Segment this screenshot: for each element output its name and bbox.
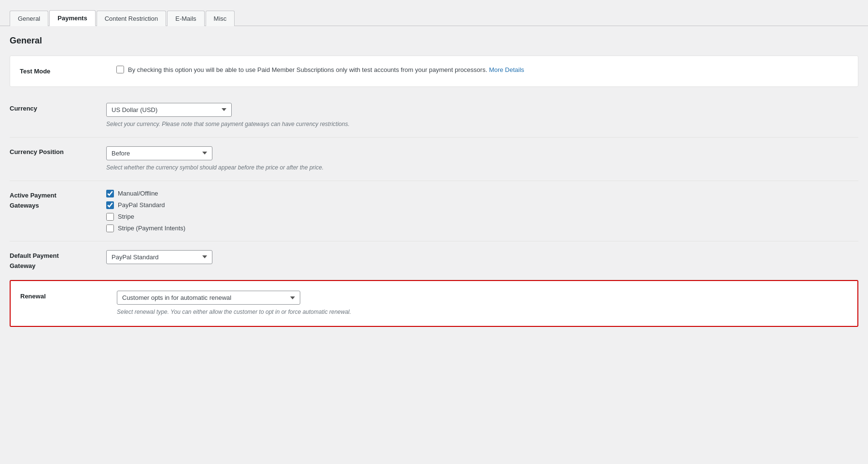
- test-mode-checkbox[interactable]: [116, 66, 124, 73]
- tab-emails[interactable]: E-Mails: [167, 11, 204, 26]
- active-gateways-label: Active Payment Gateways: [10, 190, 106, 211]
- tab-payments[interactable]: Payments: [49, 10, 95, 26]
- active-gateways-row: Active Payment Gateways Manual/Offline P…: [10, 181, 858, 241]
- tab-content-restriction[interactable]: Content Restriction: [97, 11, 167, 26]
- currency-position-label: Currency Position: [10, 146, 106, 157]
- currency-position-row: Currency Position Before After Select wh…: [10, 138, 858, 181]
- test-mode-label: Test Mode: [20, 66, 116, 77]
- gateway-paypal-checkbox[interactable]: [106, 201, 114, 209]
- content-area: General Test Mode By checking this optio…: [0, 26, 868, 337]
- gateway-manual: Manual/Offline: [106, 190, 858, 197]
- gateway-stripe-label: Stripe: [118, 213, 134, 220]
- gateway-manual-label: Manual/Offline: [118, 190, 158, 197]
- currency-content: US Dollar (USD) Euro (EUR) British Pound…: [106, 103, 858, 128]
- gateway-stripe: Stripe: [106, 213, 858, 221]
- renewal-select[interactable]: Customer opts in for automatic renewal A…: [117, 291, 300, 305]
- more-details-link[interactable]: More Details: [489, 66, 524, 73]
- page-wrapper: General Payments Content Restriction E-M…: [0, 0, 868, 464]
- tabs-container: General Payments Content Restriction E-M…: [0, 0, 868, 26]
- currency-row: Currency US Dollar (USD) Euro (EUR) Brit…: [10, 94, 858, 138]
- currency-position-content: Before After Select whether the currency…: [106, 146, 858, 172]
- gateway-stripe-intents: Stripe (Payment Intents): [106, 225, 858, 232]
- gateway-stripe-intents-label: Stripe (Payment Intents): [118, 225, 185, 232]
- test-mode-content: By checking this option you will be able…: [116, 66, 848, 73]
- currency-position-select[interactable]: Before After: [106, 146, 212, 160]
- renewal-row: Renewal Customer opts in for automatic r…: [10, 280, 858, 327]
- default-gateway-label: Default Payment Gateway: [10, 250, 106, 271]
- gateway-paypal: PayPal Standard: [106, 201, 858, 209]
- currency-position-description: Select whether the currency symbol shoul…: [106, 163, 858, 172]
- gateway-stripe-checkbox[interactable]: [106, 213, 114, 221]
- test-mode-checkbox-group: By checking this option you will be able…: [116, 66, 848, 73]
- renewal-label: Renewal: [20, 291, 117, 302]
- test-mode-row: Test Mode By checking this option you wi…: [10, 56, 858, 87]
- gateway-manual-checkbox[interactable]: [106, 190, 114, 197]
- currency-label: Currency: [10, 103, 106, 114]
- gateway-paypal-label: PayPal Standard: [118, 201, 165, 209]
- default-gateway-content: PayPal Standard Manual/Offline: [106, 250, 858, 264]
- tab-misc[interactable]: Misc: [206, 11, 235, 26]
- currency-select[interactable]: US Dollar (USD) Euro (EUR) British Pound…: [106, 103, 232, 117]
- currency-description: Select your currency. Please note that s…: [106, 120, 858, 128]
- renewal-content: Customer opts in for automatic renewal A…: [117, 291, 848, 316]
- section-title: General: [10, 36, 858, 46]
- default-gateway-select[interactable]: PayPal Standard Manual/Offline: [106, 250, 212, 264]
- active-gateways-content: Manual/Offline PayPal Standard Stripe St…: [106, 190, 858, 232]
- tab-general[interactable]: General: [10, 11, 48, 26]
- test-mode-description: By checking this option you will be able…: [128, 66, 524, 73]
- default-gateway-row: Default Payment Gateway PayPal Standard …: [10, 241, 858, 281]
- renewal-description: Select renewal type. You can either allo…: [117, 308, 848, 316]
- gateway-stripe-intents-checkbox[interactable]: [106, 225, 114, 232]
- gateways-list: Manual/Offline PayPal Standard Stripe St…: [106, 190, 858, 232]
